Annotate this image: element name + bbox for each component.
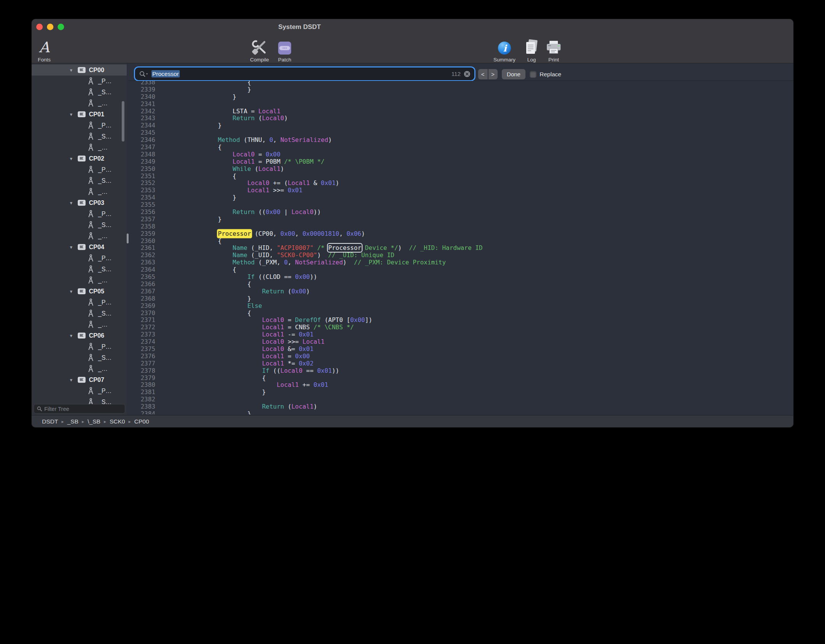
sidebar-scrollbar[interactable] [122,101,124,142]
line-number: 2351 [129,173,155,180]
breadcrumb-separator-icon: ▸ [82,419,84,424]
code-line: 2343 Return (Local0) [129,115,483,122]
tree-item-row[interactable]: _P… [32,297,127,308]
compass-icon [87,309,94,317]
tree-group-row[interactable]: ▼CP07 [32,374,127,385]
toolbar-item-compile[interactable]: Compile [246,35,273,63]
compass-icon [87,88,94,96]
line-number: 2347 [129,144,155,151]
line-number: 2341 [129,101,155,108]
compass-icon [87,188,94,196]
tree-item-row[interactable]: _… [32,363,127,374]
replace-checkbox[interactable] [530,71,536,77]
tree-group-row[interactable]: ▼CP06 [32,330,127,341]
tree-item-row[interactable]: _S… [32,87,127,98]
tree-group-row[interactable]: ▼CP00 [32,64,127,76]
sidebar-tree: ▼CP00_P…_S…_…▼CP01_P…_S…_…▼CP02_P…_S…_…▼… [32,63,127,404]
disclosure-triangle-icon[interactable]: ▼ [69,68,75,72]
breadcrumb-item[interactable]: _SB [67,418,78,425]
disclosure-triangle-icon[interactable]: ▼ [69,201,75,205]
code-line: 2366 { [129,281,483,288]
tree-item-row[interactable]: _P… [32,164,127,175]
tree-item-row[interactable]: _… [32,142,127,153]
tree-group-label: CP04 [89,244,104,251]
tree-item-label: _S… [98,222,112,229]
tree-item-row[interactable]: _S… [32,352,127,363]
code-lines: 2338 {2339 }2340 }23412342 LSTA = Local1… [129,81,483,414]
breadcrumb-item[interactable]: DSDT [42,418,58,425]
minimize-button[interactable] [47,24,53,30]
find-next-button[interactable]: > [488,69,498,79]
sidebar: ▼CP00_P…_S…_…▼CP01_P…_S…_…▼CP02_P…_S…_…▼… [32,63,127,415]
tree-item-label: _… [98,365,108,372]
code-line: 2369 Else [129,303,483,310]
compass-icon [87,210,94,218]
line-number: 2358 [129,223,155,230]
line-number: 2349 [129,158,155,166]
tree-item-row[interactable]: _P… [32,120,127,131]
tree-item-label: _… [98,188,108,195]
tree-group-label: CP02 [89,155,104,162]
tree-item-row[interactable]: _… [32,186,127,197]
tree-item-label: _… [98,277,108,284]
toolbar-item-print[interactable]: Print [540,35,567,63]
tree-item-row[interactable]: _S… [32,308,127,319]
breadcrumb-item[interactable]: \_SB [88,418,101,425]
code-line: 2371 Local0 = DerefOf (APT0 [0x00]) [129,317,483,324]
breadcrumb-item[interactable]: CP00 [134,418,149,425]
tree-group-row[interactable]: ▼CP02 [32,153,127,164]
disclosure-triangle-icon[interactable]: ▼ [69,245,75,250]
tree-item-row[interactable]: _P… [32,385,127,396]
tree-item-row[interactable]: _P… [32,253,127,264]
compass-icon [87,221,94,229]
tree-item-row[interactable]: _… [32,319,127,330]
tree-group-row[interactable]: ▼CP01 [32,109,127,120]
done-button[interactable]: Done [502,69,525,79]
tree-item-label: _… [98,100,108,107]
tree-item-row[interactable]: _… [32,98,127,109]
toolbar-item-summary[interactable]: i Summary [491,35,518,63]
tree-item-row[interactable]: _… [32,230,127,242]
breadcrumb-item[interactable]: SCK0 [110,418,125,425]
code-editor[interactable]: 2338 {2339 }2340 }23412342 LSTA = Local1… [129,81,793,414]
tree-item-row[interactable]: _P… [32,341,127,352]
tree-item-row[interactable]: _… [32,275,127,286]
replace-label[interactable]: Replace [540,69,561,79]
compass-icon [87,77,94,85]
code-line: 2365 If ((CLOD == 0x00)) [129,274,483,281]
code-line: 2359 Processor (CP00, 0x00, 0x00001810, … [129,230,483,238]
code-line: 2346 Method (THNU, 0, NotSerialized) [129,137,483,144]
filter-tree-field[interactable]: Filter Tree [34,404,125,414]
search-menu-icon[interactable] [139,71,148,77]
close-button[interactable] [36,24,43,30]
tree-group-row[interactable]: ▼CP03 [32,197,127,208]
find-previous-button[interactable]: < [478,69,488,79]
code-line: 2375 Local0 &= 0x01 [129,346,483,353]
zoom-button[interactable] [58,24,64,30]
tree-item-row[interactable]: _S… [32,396,127,404]
tree-group-row[interactable]: ▼CP05 [32,286,127,297]
disclosure-triangle-icon[interactable]: ▼ [69,333,75,338]
code-line: 2353 Local1 >>= 0x01 [129,187,483,194]
code-line: 2351 { [129,173,483,180]
tree-item-row[interactable]: _P… [32,208,127,219]
disclosure-triangle-icon[interactable]: ▼ [69,378,75,382]
toolbar-item-patch[interactable]: Patch [271,35,298,63]
toolbar-label-compile: Compile [250,57,269,63]
tree-item-row[interactable]: _S… [32,264,127,275]
disclosure-triangle-icon[interactable]: ▼ [69,112,75,117]
scope-icon [77,155,86,162]
tree-item-row[interactable]: _S… [32,131,127,142]
code-line: 2376 Local1 = 0x00 [129,353,483,360]
tree-group-row[interactable]: ▼CP04 [32,242,127,253]
find-input[interactable]: Processor 112 [135,68,474,80]
disclosure-triangle-icon[interactable]: ▼ [69,289,75,294]
tree-item-row[interactable]: _S… [32,175,127,186]
clear-search-icon[interactable] [464,71,471,77]
toolbar-item-fonts[interactable]: A Fonts [32,35,58,63]
tree-item-row[interactable]: _S… [32,219,127,230]
disclosure-triangle-icon[interactable]: ▼ [69,156,75,161]
toolbar-label-summary: Summary [493,57,516,63]
tree-item-label: _S… [98,89,112,96]
tree-item-row[interactable]: _P… [32,76,127,87]
